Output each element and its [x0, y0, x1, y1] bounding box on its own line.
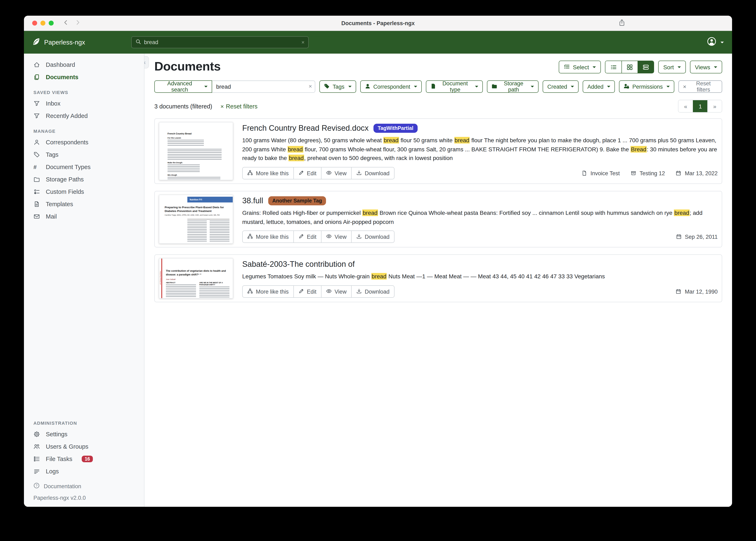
document-thumbnail[interactable]: of Clinical NutritionThe contribution of… — [158, 258, 234, 298]
reset-filters-button[interactable]: × Reset filters — [678, 80, 722, 93]
close-window-button[interactable] — [32, 21, 37, 26]
meta-testing-12[interactable]: Testing 12 — [631, 170, 665, 176]
more-like-this-button[interactable]: More like this — [242, 231, 294, 243]
download-button[interactable]: Download — [352, 285, 395, 298]
sidebar-item-file-tasks[interactable]: File Tasks16 — [24, 453, 144, 465]
sidebar-item-document-types[interactable]: #Document Types — [24, 161, 144, 173]
sort-button[interactable]: Sort — [658, 61, 686, 73]
sidebar-collapse-button[interactable]: « — [144, 56, 149, 68]
global-search[interactable]: × — [131, 36, 309, 48]
download-button[interactable]: Download — [352, 231, 395, 243]
meta-sep-26-2011[interactable]: Sep 26, 2011 — [676, 234, 718, 240]
download-button[interactable]: Download — [352, 167, 395, 179]
sidebar-item-mail[interactable]: Mail — [24, 210, 144, 223]
meta-invoice-test[interactable]: Invoice Test — [581, 170, 620, 176]
home-icon — [33, 61, 40, 68]
folder-icon — [33, 176, 40, 183]
toggle-grid-view[interactable] — [621, 61, 638, 73]
filter-clear-icon[interactable]: × — [309, 83, 312, 90]
sidebar-item-inbox[interactable]: Inbox — [24, 97, 144, 110]
pencil-icon — [298, 170, 304, 177]
sidebar-item-label: Mail — [46, 213, 57, 220]
pagination-page-1[interactable]: 1 — [693, 100, 707, 112]
document-snippet: 100 grams Water (80 degrees), 50 grams w… — [242, 136, 718, 163]
browser-forward-icon[interactable] — [75, 19, 81, 27]
document-thumbnail[interactable]: Nutrition FYIPreparing to Prescribe Plan… — [158, 195, 234, 244]
documents-icon — [33, 74, 40, 80]
global-search-input[interactable] — [144, 39, 301, 45]
sidebar-item-correspondents[interactable]: Correspondents — [24, 136, 144, 149]
file-fill-icon — [430, 83, 436, 90]
edit-button[interactable]: Edit — [294, 231, 321, 243]
thumbnail-column: ABSTRACT — [166, 282, 196, 296]
edit-button[interactable]: Edit — [294, 167, 321, 179]
sidebar-item-label: Dashboard — [46, 61, 75, 68]
calendar-icon — [676, 288, 682, 294]
select-button[interactable]: Select — [559, 61, 601, 73]
document-tag-badge[interactable]: TagWithPartial — [374, 124, 418, 133]
sidebar-item-documents[interactable]: Documents — [24, 71, 144, 83]
thumbnail-subheading: Make the Dough: — [168, 162, 226, 164]
minimize-window-button[interactable] — [40, 21, 45, 26]
filter-created-button[interactable]: Created — [543, 80, 579, 93]
document-title[interactable]: 38.full — [242, 196, 263, 205]
sidebar-item-label: Storage Paths — [46, 176, 84, 183]
x-icon: × — [220, 103, 224, 110]
view-button[interactable]: View — [321, 285, 352, 298]
advanced-search-button[interactable]: Advanced search — [154, 80, 212, 93]
thumbnail-subheading: Mix dough — [168, 174, 226, 176]
sidebar-item-settings[interactable]: Settings — [24, 428, 144, 440]
filter-storage-path-button[interactable]: Storage path — [487, 80, 539, 93]
search-clear-icon[interactable]: × — [301, 39, 305, 45]
filter-search-input[interactable] — [212, 80, 315, 93]
navbar: Paperless-ngx × — [24, 31, 732, 54]
edit-button[interactable]: Edit — [294, 285, 321, 298]
filter-document-type-button[interactable]: Document type — [426, 80, 483, 93]
browser-back-icon[interactable] — [63, 19, 69, 27]
view-button[interactable]: View — [321, 167, 352, 179]
toggle-list-view[interactable] — [605, 61, 621, 73]
filter-correspondent-button[interactable]: Correspondent — [360, 80, 422, 93]
meta-mar-12-1990[interactable]: Mar 12, 1990 — [676, 288, 718, 294]
share-icon[interactable] — [618, 19, 626, 28]
action-label: Download — [365, 288, 390, 294]
view-button[interactable]: View — [321, 231, 352, 243]
action-label: View — [335, 234, 347, 240]
user-menu[interactable] — [707, 31, 724, 54]
document-title[interactable]: French Country Bread Revised.docx — [242, 124, 369, 133]
person-fill-icon — [365, 83, 370, 90]
filter-permissions-button[interactable]: Permissions — [619, 80, 674, 93]
meta-mar-13-2022[interactable]: Mar 13, 2022 — [676, 170, 718, 176]
thumbnail-title: Preparing to Prescribe Plant-Based Diets… — [165, 206, 229, 213]
sidebar-item-templates[interactable]: Templates — [24, 198, 144, 210]
document-tag-badge[interactable]: Another Sample Tag — [268, 196, 326, 205]
sidebar: DashboardDocumentsSAVED VIEWSInboxRecent… — [24, 54, 144, 507]
reset-filters-link[interactable]: × Reset filters — [220, 103, 258, 110]
sidebar-item-users-groups[interactable]: Users & Groups — [24, 440, 144, 453]
pagination-next-button[interactable]: » — [707, 100, 722, 112]
eye-icon — [326, 170, 332, 177]
sidebar-item-storage-paths[interactable]: Storage Paths — [24, 173, 144, 186]
filter-added-button[interactable]: Added — [583, 80, 615, 93]
more-like-this-button[interactable]: More like this — [242, 167, 294, 179]
document-actions: More like thisEditViewDownload — [242, 167, 395, 179]
filter-tags-button[interactable]: Tags — [319, 80, 356, 93]
document-thumbnail[interactable]: French Country BreadFor the LeavenMake t… — [158, 122, 234, 180]
pagination-prev-button[interactable]: « — [678, 100, 693, 112]
sidebar-item-documentation[interactable]: ? Documentation — [24, 480, 144, 492]
sidebar-item-custom-fields[interactable]: Custom Fields — [24, 186, 144, 198]
more-like-this-button[interactable]: More like this — [242, 285, 294, 298]
app-brand[interactable]: Paperless-ngx — [32, 37, 85, 47]
views-button[interactable]: Views — [690, 61, 722, 73]
thumbnail-column-heading: ABSTRACT — [166, 282, 196, 284]
toggle-detail-view[interactable] — [638, 61, 654, 73]
sidebar-item-dashboard[interactable]: Dashboard — [24, 59, 144, 71]
zoom-window-button[interactable] — [49, 21, 54, 26]
filter-toolbar: Advanced search × TagsCorrespondentDocum… — [154, 80, 722, 93]
document-title[interactable]: Sabaté-2003-The contribution of — [242, 260, 355, 269]
sidebar-item-logs[interactable]: Logs — [24, 465, 144, 477]
sidebar-item-recently-added[interactable]: Recently Added — [24, 110, 144, 122]
filter-chip-label: Created — [547, 84, 567, 90]
box-icon — [631, 170, 636, 176]
sidebar-item-tags[interactable]: Tags — [24, 149, 144, 161]
